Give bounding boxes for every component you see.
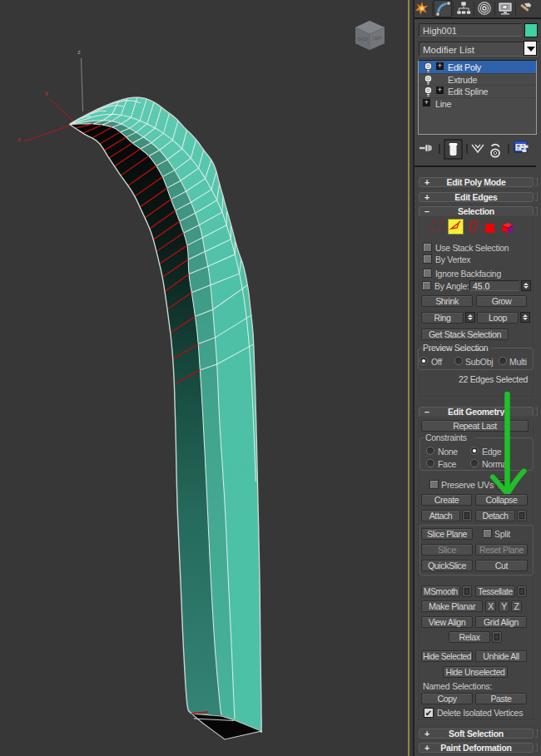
- svg-text:z: z: [77, 48, 81, 56]
- svg-text:y: y: [45, 89, 48, 96]
- svg-text:x: x: [17, 136, 21, 143]
- svg-text:BACK: BACK: [358, 37, 368, 42]
- svg-text:LEFT: LEFT: [373, 37, 382, 41]
